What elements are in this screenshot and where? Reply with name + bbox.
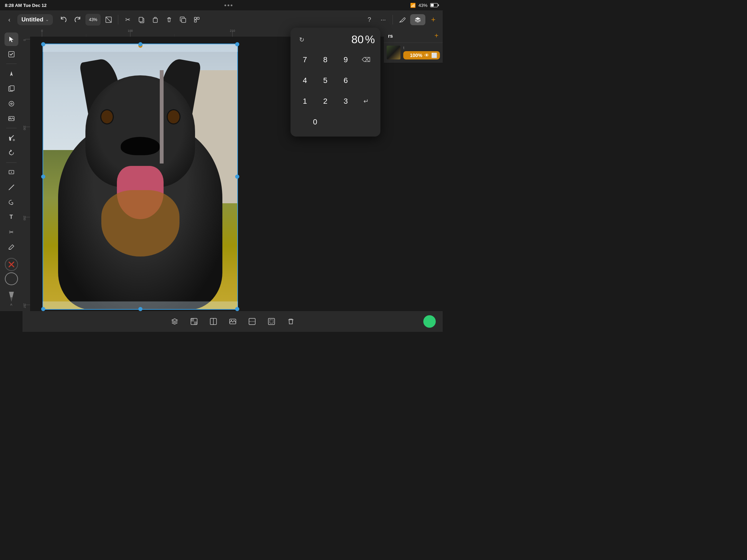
bottom-trash-button[interactable] [285, 315, 297, 328]
tool-rect[interactable] [4, 166, 18, 179]
bottom-image-button[interactable] [227, 315, 239, 328]
svg-rect-3 [139, 17, 143, 22]
title-button[interactable]: Untitled ⌄ [17, 14, 53, 25]
layer-opacity-value: 100% [410, 53, 422, 58]
numpad-key-4[interactable]: 4 [296, 72, 314, 90]
numpad-backspace-button[interactable]: ⌫ [357, 51, 375, 69]
tool-pencil[interactable] [4, 97, 18, 110]
numpad-refresh-button[interactable]: ↻ [296, 34, 307, 45]
layer-select-icon[interactable]: ⬜ [431, 53, 437, 58]
svg-point-13 [9, 101, 14, 106]
toolbar-divider-1 [118, 15, 118, 25]
zoom-button[interactable]: 43% [85, 14, 101, 26]
svg-text:0: 0 [41, 29, 43, 32]
pole [160, 70, 164, 164]
back-button[interactable]: ‹ [3, 14, 15, 26]
numpad-key-5[interactable]: 5 [316, 72, 334, 90]
numpad-display: ↻ 80 % [296, 33, 375, 46]
numpad-key-9[interactable]: 9 [337, 51, 354, 69]
help-button[interactable]: ? [363, 14, 375, 26]
redo-button[interactable] [72, 14, 83, 26]
undo-button[interactable] [58, 14, 70, 26]
delete-button[interactable] [163, 14, 175, 26]
duplicate-button[interactable] [177, 14, 189, 26]
layer-opacity-row[interactable]: 100% 👁 ⬜ [403, 51, 440, 59]
tool-copy-pages[interactable] [4, 82, 18, 95]
stroke-color-preview[interactable] [5, 258, 18, 271]
svg-rect-4 [153, 18, 157, 22]
canvas-content [30, 37, 443, 311]
top-toolbar: ‹ Untitled ⌄ 43% ✂ [0, 10, 443, 29]
svg-line-1 [106, 17, 111, 22]
right-panel-add-button[interactable]: + [434, 32, 439, 40]
svg-point-15 [9, 117, 10, 118]
tool-sep-2 [6, 128, 17, 128]
numpad-key-7[interactable]: 7 [296, 51, 314, 69]
layer-eye-icon[interactable]: 👁 [424, 53, 429, 58]
bottom-toolbar [22, 311, 443, 332]
add-button[interactable]: + [427, 14, 439, 26]
pen-nib-tool[interactable]: A [3, 289, 20, 308]
layer-thumb-content [387, 46, 400, 59]
bottom-split-button[interactable] [207, 315, 220, 328]
numpad-key-3[interactable]: 3 [337, 92, 354, 110]
status-dot-2 [228, 4, 229, 6]
bottom-layers-button[interactable] [168, 315, 181, 328]
dog-eye-right [168, 110, 179, 124]
layer-thumbnail[interactable] [387, 46, 400, 59]
numpad-enter-button[interactable]: ↵ [357, 92, 375, 110]
svg-rect-12 [10, 86, 14, 91]
layer-item: t 100% 👁 ⬜ [384, 43, 443, 63]
more-button[interactable]: ··· [377, 14, 389, 26]
ruler-vertical: 0 100 200 297 [22, 37, 30, 311]
numpad-key-8[interactable]: 8 [316, 51, 334, 69]
numpad-grid: 7 8 9 ⌫ 4 5 6 1 2 3 ↵ 0 [296, 51, 375, 131]
numpad-key-6[interactable]: 6 [337, 72, 354, 90]
numpad-key-1[interactable]: 1 [296, 92, 314, 110]
svg-text:200: 200 [23, 216, 26, 221]
ruler-corner [22, 29, 30, 37]
title-chevron: ⌄ [45, 17, 49, 22]
ruler-horizontal: 0 100 210 [30, 29, 443, 37]
tool-tasks[interactable] [4, 47, 18, 61]
green-circle-indicator[interactable] [423, 315, 436, 328]
numpad-key-2[interactable]: 2 [316, 92, 334, 110]
status-center [224, 4, 232, 6]
tool-fill[interactable] [4, 131, 18, 144]
tool-rotate[interactable] [4, 146, 18, 160]
tool-line[interactable] [4, 180, 18, 194]
bottom-expand-button[interactable] [265, 315, 278, 328]
battery-percent: 43% [418, 3, 427, 8]
tool-select[interactable] [4, 32, 18, 46]
layers-button[interactable] [410, 14, 425, 25]
svg-rect-8 [197, 17, 199, 19]
tool-pen-arrow[interactable] [4, 67, 18, 80]
svg-text:297: 297 [23, 304, 26, 308]
tool-sep-1 [6, 64, 17, 64]
cut-button[interactable]: ✂ [122, 14, 133, 26]
left-sidebar: T ✂ A [0, 29, 22, 311]
svg-point-18 [11, 172, 12, 173]
numpad-key-0[interactable]: 0 [296, 113, 334, 131]
copy-button[interactable] [136, 14, 147, 26]
bottom-checker-button[interactable] [188, 315, 200, 328]
tool-text[interactable]: T [4, 211, 18, 224]
status-dot-1 [224, 4, 226, 6]
crop-button[interactable] [103, 14, 114, 26]
fill-color-circle[interactable] [5, 272, 18, 285]
tool-image[interactable] [4, 112, 18, 125]
drawing-tools-button[interactable] [396, 14, 408, 26]
reference-button[interactable] [191, 14, 203, 26]
svg-text:210: 210 [230, 29, 235, 32]
battery-shape [430, 3, 438, 7]
dog-image-container[interactable] [43, 44, 238, 310]
tool-eraser[interactable] [4, 240, 18, 254]
tool-lasso[interactable] [4, 195, 18, 209]
bottom-merge-button[interactable] [246, 315, 258, 328]
no-stroke-icon [8, 261, 15, 268]
status-right: 📶 43% [410, 3, 438, 8]
svg-rect-30 [22, 37, 30, 311]
tool-scissors[interactable]: ✂ [4, 225, 18, 239]
svg-rect-40 [191, 318, 194, 321]
paste-button[interactable] [149, 14, 161, 26]
